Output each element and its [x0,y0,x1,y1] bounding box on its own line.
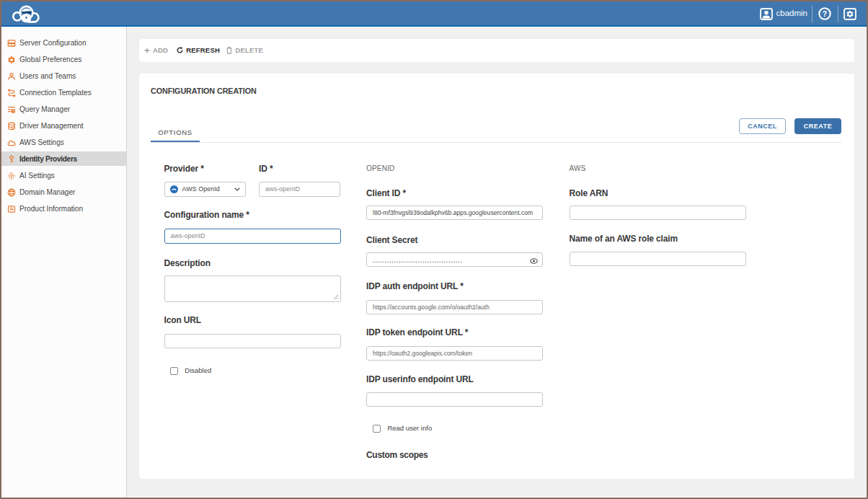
svg-text:?: ? [822,9,826,18]
